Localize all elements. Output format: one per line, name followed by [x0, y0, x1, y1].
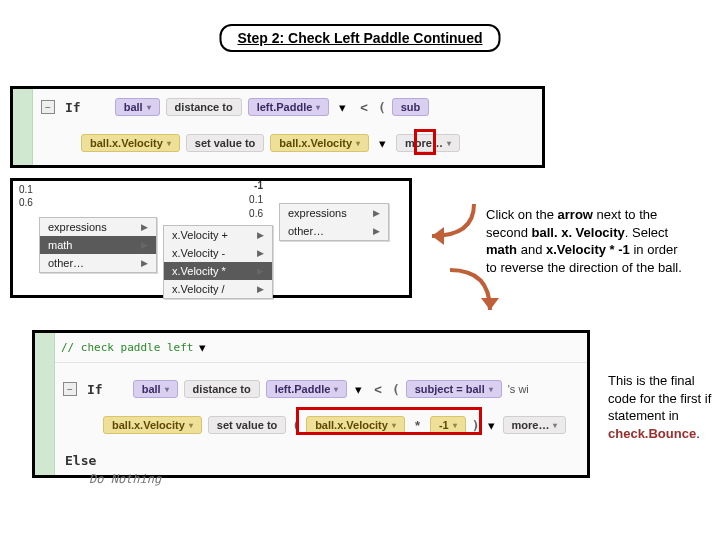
menu-list-1: expressions▶ math▶ other…▶ [39, 217, 157, 273]
if-condition-row-bottom: − If ball▾ distance to left.Paddle▾ ▾ < … [55, 371, 587, 407]
collapse-icon[interactable]: − [63, 382, 77, 396]
collapse-icon[interactable]: − [41, 100, 55, 114]
menu-item-math[interactable]: math▶ [40, 236, 156, 254]
if-keyword: If [65, 100, 81, 115]
arrow-to-panel2 [414, 196, 484, 256]
token-neg1[interactable]: -1▾ [430, 416, 466, 434]
val-01: 0.1 [249, 193, 263, 207]
chevron-down-icon: ▾ [447, 139, 451, 148]
if-condition-row: − If ball▾ distance to left.Paddle▾ ▾ < … [33, 89, 542, 125]
if-keyword: If [87, 382, 103, 397]
val-06: 0.6 [249, 207, 263, 221]
annotation-1: Click on the arrow next to the second ba… [486, 206, 682, 276]
chevron-down-icon: ▾ [147, 103, 151, 112]
chevron-down-icon[interactable]: ▾ [486, 418, 497, 433]
method-name: // check paddle left [61, 341, 193, 354]
menu-item-xvel-div[interactable]: x.Velocity /▶ [164, 280, 272, 298]
menu-col-2: -1 0.1 0.6 x.Velocity +▶ x.Velocity -▶ x… [163, 181, 273, 291]
token-set-value-to[interactable]: set value to [208, 416, 287, 434]
menu-item-expressions-3[interactable]: expressions▶ [280, 204, 388, 222]
token-ball-xvel-value[interactable]: ball.x.Velocity▾ [306, 416, 405, 434]
less-than-op: < [356, 100, 372, 115]
token-ball-xvel-target[interactable]: ball.x.Velocity▾ [103, 416, 202, 434]
chevron-down-icon[interactable]: ▾ [335, 100, 350, 115]
menu-col-3: expressions▶ other…▶ [279, 185, 389, 291]
submenu-arrow-icon: ▶ [141, 222, 148, 232]
chevron-down-icon: ▾ [356, 139, 360, 148]
menu-item-other[interactable]: other…▶ [40, 254, 156, 272]
mini-value: 0.1 [19, 183, 41, 196]
token-distance-to[interactable]: distance to [184, 380, 260, 398]
submenu-arrow-icon: ▶ [373, 208, 380, 218]
submenu-arrow-icon: ▶ [373, 226, 380, 236]
menu-item-other-3[interactable]: other…▶ [280, 222, 388, 240]
token-set-value-to[interactable]: set value to [186, 134, 265, 152]
else-keyword: Else [55, 449, 587, 472]
code-panel-bottom: // check paddle left ▾ − If ball▾ distan… [32, 330, 590, 478]
menu-col-1: expressions▶ math▶ other…▶ [39, 185, 157, 291]
chevron-down-icon[interactable]: ▾ [199, 340, 206, 355]
close-paren: ) [472, 418, 480, 433]
chevron-down-icon[interactable]: ▾ [375, 136, 390, 151]
token-distance-to[interactable]: distance to [166, 98, 242, 116]
token-subject-ball[interactable]: subject = ball▾ [406, 380, 502, 398]
method-header: // check paddle left ▾ [55, 333, 587, 363]
chevron-down-icon[interactable]: ▾ [353, 382, 364, 397]
menu-list-3: expressions▶ other…▶ [279, 203, 389, 241]
chevron-down-icon: ▾ [316, 103, 320, 112]
menu-item-xvel-mult[interactable]: x.Velocity *▶ [164, 262, 272, 280]
code-content: // check paddle left ▾ − If ball▾ distan… [55, 333, 587, 475]
annotation-2: This is the final code for the first if … [608, 372, 714, 442]
token-subject-truncated[interactable]: sub [392, 98, 430, 116]
submenu-arrow-icon: ▶ [257, 266, 264, 276]
token-ball[interactable]: ball▾ [133, 380, 178, 398]
code-panel-top: − If ball▾ distance to left.Paddle▾ ▾ < … [10, 86, 545, 168]
open-paren: ( [292, 418, 300, 433]
gutter [35, 333, 55, 475]
open-paren: ( [378, 100, 386, 115]
token-ball-xvel-target[interactable]: ball.x.Velocity▾ [81, 134, 180, 152]
token-left-paddle[interactable]: left.Paddle▾ [266, 380, 348, 398]
step-title-text: Step 2: Check Left Paddle Continued [237, 30, 482, 46]
token-more[interactable]: more…▾ [503, 416, 567, 434]
mini-values: 0.1 0.6 [19, 183, 41, 209]
chevron-down-icon: ▾ [167, 139, 171, 148]
menu-item-xvel-minus[interactable]: x.Velocity -▶ [164, 244, 272, 262]
less-than-op: < [370, 382, 386, 397]
multiply-op: * [411, 418, 424, 433]
token-ball-xvel-value[interactable]: ball.x.Velocity▾ [270, 134, 369, 152]
gutter [13, 89, 33, 165]
menu-item-xvel-plus[interactable]: x.Velocity +▶ [164, 226, 272, 244]
token-ball[interactable]: ball▾ [115, 98, 160, 116]
submenu-arrow-icon: ▶ [141, 240, 148, 250]
menu-panel: 0.1 0.6 expressions▶ math▶ other…▶ -1 0.… [10, 178, 412, 298]
val-neg1: -1 [249, 179, 263, 193]
set-value-row-top: ball.x.Velocity▾ set value to ball.x.Vel… [73, 125, 542, 161]
numeric-hints: -1 0.1 0.6 [249, 179, 269, 221]
token-left-paddle[interactable]: left.Paddle▾ [248, 98, 330, 116]
step-title: Step 2: Check Left Paddle Continued [219, 24, 500, 52]
submenu-arrow-icon: ▶ [257, 284, 264, 294]
set-value-row-bottom: ball.x.Velocity▾ set value to ( ball.x.V… [95, 407, 587, 443]
submenu-arrow-icon: ▶ [257, 230, 264, 240]
submenu-arrow-icon: ▶ [141, 258, 148, 268]
menu-item-expressions[interactable]: expressions▶ [40, 218, 156, 236]
token-more[interactable]: more…▾ [396, 134, 460, 152]
token-s-width-truncated: 's wi [508, 383, 529, 395]
menu-list-2: x.Velocity +▶ x.Velocity -▶ x.Velocity *… [163, 225, 273, 299]
mini-value: 0.6 [19, 196, 41, 209]
open-paren: ( [392, 382, 400, 397]
submenu-arrow-icon: ▶ [257, 248, 264, 258]
do-nothing: Do Nothing [89, 472, 587, 486]
code-content: − If ball▾ distance to left.Paddle▾ ▾ < … [33, 89, 542, 165]
